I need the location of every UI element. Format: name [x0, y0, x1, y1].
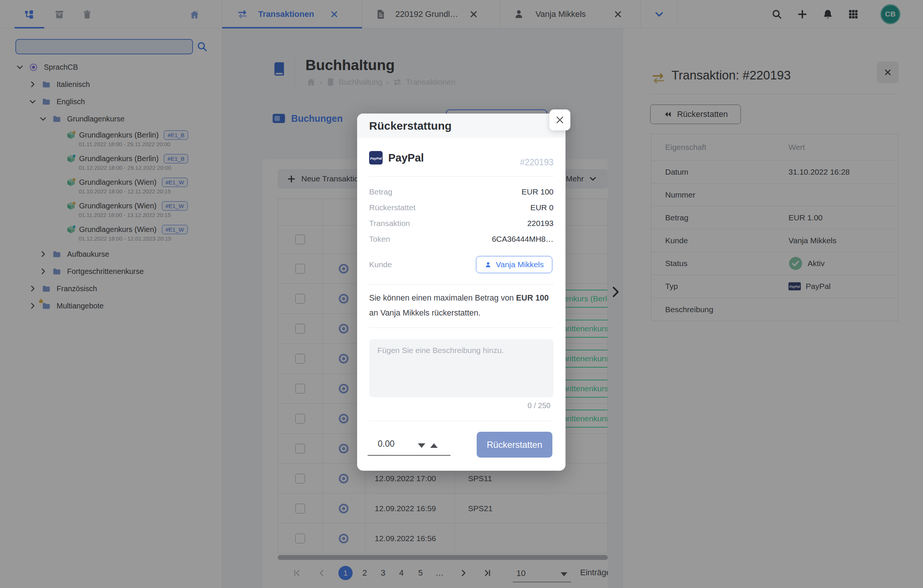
modal-divider — [369, 421, 553, 421]
spinner-up-icon[interactable] — [430, 443, 438, 448]
description-textarea[interactable] — [369, 339, 553, 397]
modal-divider — [369, 284, 553, 284]
field-label: Token — [369, 235, 390, 244]
provider-row: PayPal PayPal #220193 — [369, 148, 553, 168]
spinner-down-icon[interactable] — [418, 443, 425, 448]
amount-value: 0.00 — [378, 439, 394, 449]
svg-text:PayPal: PayPal — [370, 156, 382, 160]
customer-button-label: Vanja Mikkels — [496, 260, 544, 269]
modal-field-token: Token 6CA36444MH8… — [369, 231, 553, 247]
paypal-logo: PayPal — [369, 151, 383, 164]
character-counter: 0 / 250 — [528, 401, 550, 410]
customer-button[interactable]: Vanja Mikkels — [476, 256, 552, 273]
app-root: SprachCB Italienisch Englisch Grundlagen… — [0, 0, 923, 588]
modal-field-transaktion: Transaktion 220193 — [369, 215, 553, 231]
provider-name: PayPal — [388, 152, 424, 164]
modal-header: Rückerstattung — [357, 113, 565, 138]
modal-title: Rückerstattung — [369, 120, 452, 132]
field-label: Betrag — [369, 187, 393, 196]
field-label: Rückerstattet — [369, 203, 416, 212]
transaction-reference: #220193 — [520, 158, 553, 168]
refund-note: Sie können einen maximalen Betrag von EU… — [369, 291, 553, 320]
modal-field-betrag: Betrag EUR 100 — [369, 184, 553, 200]
field-value: 6CA36444MH8… — [492, 235, 553, 244]
field-value: EUR 0 — [530, 203, 553, 212]
refund-modal: Rückerstattung PayPal PayPal #220193 Bet… — [357, 113, 565, 471]
modal-close-button[interactable] — [549, 109, 570, 130]
field-value: EUR 100 — [522, 187, 553, 196]
field-label: Transaktion — [369, 219, 410, 228]
amount-input[interactable]: 0.00 — [368, 435, 450, 456]
field-value: 220193 — [527, 219, 553, 228]
refund-submit-button[interactable]: Rückerstatten — [477, 432, 552, 458]
modal-field-rueckerstattet: Rückerstattet EUR 0 — [369, 200, 553, 215]
field-label: Kunde — [369, 260, 392, 269]
